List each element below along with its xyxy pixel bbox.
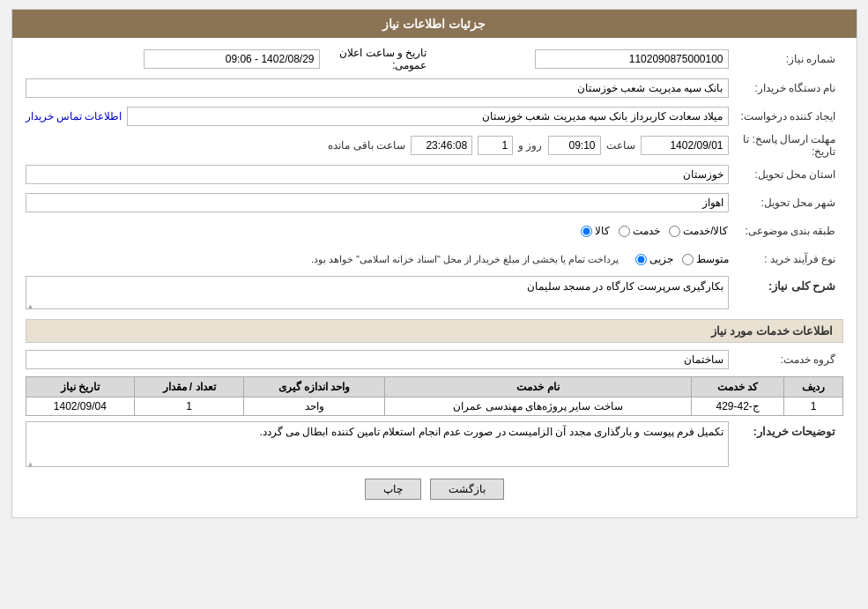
ostan-value-cell [26,165,729,184]
shomara-niaz-input[interactable] [535,49,729,69]
mohlat-rooz-label: روز و [518,139,542,152]
sharh-value-cell [26,276,729,312]
radio-khedmat-item[interactable]: خدمت [619,225,660,237]
gorooh-khedmat-value-cell [26,350,729,369]
ostan-input[interactable] [26,165,729,184]
ijad-konande-row: ایجاد کننده درخواست: اطلاعات تماس خریدار [26,105,843,128]
tozihat-value-cell [26,421,729,470]
cell-vahed-andaze: واحد [243,397,384,416]
radio-kala-khedmat-label: کالا/خدمت [683,225,728,237]
radio-jozi-input[interactable] [635,254,647,265]
radio-jozi-label: جزیی [649,253,673,265]
tozihat-label: توضیحات خریدار: [729,421,843,438]
shomara-niaz-value-cell [434,49,729,69]
back-button[interactable]: بازگشت [430,479,504,500]
col-nam-khedmat: نام خدمت [385,377,692,397]
sharh-textarea[interactable] [26,276,729,309]
ettelaat-tamas-link[interactable]: اطلاعات تماس خریدار [26,110,122,123]
shahr-input[interactable] [26,193,729,212]
ijad-konande-label: ایجاد کننده درخواست: [729,110,843,123]
ostan-label: استان محل تحویل: [729,168,843,181]
mohlat-date-input[interactable] [641,136,729,155]
nooe-farayand-row: نوع فرآیند خرید : متوسط جزیی پرداخت تمام… [26,248,843,271]
cell-kod-khedmat: ج-42-429 [691,397,784,416]
tabaqa-row: طبقه بندی موضوعی: کالا/خدمت خدمت کالا [26,219,843,242]
services-table: ردیف کد خدمت نام خدمت واحد اندازه گیری ت… [26,376,843,416]
sharh-textarea-wrapper [26,276,729,312]
nooe-farayand-label: نوع فرآیند خرید : [729,253,843,265]
gorooh-khedmat-row: گروه خدمت: [26,348,843,371]
col-radif: ردیف [784,377,842,397]
page-container: جزئیات اطلاعات نیاز شماره نیاز: تاریخ و … [11,9,857,518]
sharh-row: شرح کلی نیاز: [26,276,843,312]
nooe-farayand-value-cell: متوسط جزیی پرداخت تمام یا بخشی از مبلغ خ… [26,250,729,269]
radio-jozi-item[interactable]: جزیی [635,253,673,265]
radio-motavasset-input[interactable] [682,254,694,265]
gorooh-khedmat-label: گروه خدمت: [729,353,843,366]
nam-dastgah-row: نام دستگاه خریدار: [26,77,843,100]
tozihat-row: توضیحات خریدار: [26,421,843,470]
sharh-label: شرح کلی نیاز: [729,276,843,293]
tozihat-textarea-wrapper [26,421,729,470]
radio-kala-input[interactable] [581,226,592,237]
shomara-niaz-label: شماره نیاز: [729,53,843,65]
nooe-farayand-note: پرداخت تمام یا بخشی از مبلغ خریدار از مح… [309,250,621,269]
tarikh-aalan-input[interactable] [144,49,320,69]
mohlat-row: مهلت ارسال پاسخ: تا تاریخ: ساعت روز و سا… [26,133,843,158]
nam-dastgah-input[interactable] [26,78,729,98]
radio-kala-khedmat-item[interactable]: کالا/خدمت [669,225,728,237]
cell-tarikh-niaz: 1402/09/04 [26,397,135,416]
page-title: جزئیات اطلاعات نیاز [382,17,486,31]
services-table-container: ردیف کد خدمت نام خدمت واحد اندازه گیری ت… [26,376,843,416]
ijad-konande-input[interactable] [127,107,728,126]
cell-radif: 1 [784,397,842,416]
gorooh-khedmat-input[interactable] [26,350,729,369]
radio-khedmat-input[interactable] [619,226,630,237]
table-row: 1 ج-42-429 ساخت سایر پروژه‌های مهندسی عم… [26,397,842,416]
col-tedaad: تعداد / مقدار [135,377,244,397]
shahr-row: شهر محل تحویل: [26,191,843,214]
mohlat-label: مهلت ارسال پاسخ: تا تاریخ: [729,133,843,158]
mohlat-countdown-input[interactable] [411,136,472,155]
tarikh-aalan-label: تاریخ و ساعت اعلان عمومی: [320,47,434,71]
col-tarikh-niaz: تاریخ نیاز [26,377,135,397]
radio-kala-item[interactable]: کالا [581,225,610,237]
ostan-row: استان محل تحویل: [26,163,843,186]
tarikh-aalan-value-cell [26,49,320,69]
mohlat-rooz-input[interactable] [478,136,513,155]
page-header: جزئیات اطلاعات نیاز [12,10,857,38]
radio-kala-label: کالا [595,225,610,237]
print-button[interactable]: چاپ [365,479,421,500]
radio-motavasset-item[interactable]: متوسط [682,253,729,265]
mohlat-saat-label: ساعت [606,139,635,152]
mohlat-saat-mande-label: ساعت باقی مانده [328,139,405,152]
radio-kala-khedmat-input[interactable] [669,226,680,237]
shahr-label: شهر محل تحویل: [729,197,843,209]
shomara-niaz-row: شماره نیاز: تاریخ و ساعت اعلان عمومی: [26,47,843,71]
tabaqa-value-cell: کالا/خدمت خدمت کالا [26,225,729,237]
col-vahed-andaze: واحد اندازه گیری [243,377,384,397]
tozihat-textarea[interactable] [26,421,729,467]
ijad-konande-value-cell: اطلاعات تماس خریدار [26,107,729,126]
radio-khedmat-label: خدمت [633,225,660,237]
tabaqa-label: طبقه بندی موضوعی: [729,225,843,237]
content-area: شماره نیاز: تاریخ و ساعت اعلان عمومی: نا… [12,38,857,517]
radio-motavasset-label: متوسط [696,253,729,265]
khadamat-section-title: اطلاعات خدمات مورد نیاز [26,319,843,343]
cell-nam-khedmat: ساخت سایر پروژه‌های مهندسی عمران [385,397,692,416]
nam-dastgah-label: نام دستگاه خریدار: [729,82,843,94]
mohlat-value-cell: ساعت روز و ساعت باقی مانده [26,136,729,155]
col-kod-khedmat: کد خدمت [691,377,784,397]
shahr-value-cell [26,193,729,212]
mohlat-saat-input[interactable] [548,136,601,155]
nam-dastgah-value-cell [26,78,729,98]
button-row: بازگشت چاپ [26,479,843,500]
cell-tedaad: 1 [135,397,244,416]
